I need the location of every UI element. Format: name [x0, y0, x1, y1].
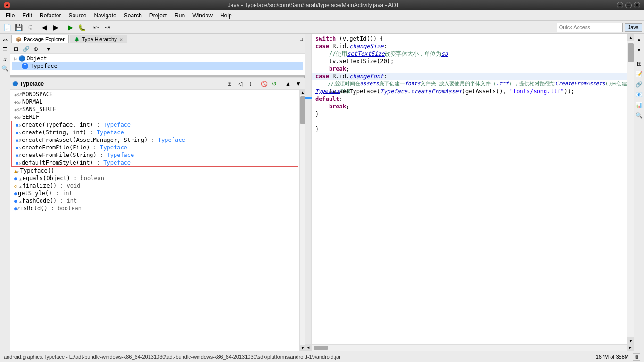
toolbar-save[interactable]: 💾 — [13, 22, 24, 33]
type-scroll-down[interactable]: ▼ — [294, 79, 303, 89]
type-hier-btn4[interactable]: 🚫 — [259, 79, 269, 89]
perspective-java-button[interactable]: Java — [625, 23, 642, 32]
code-vscroll[interactable]: ▲ ▼ — [627, 34, 634, 344]
field-sans-serif[interactable]: ◆SF SANS_SERIF — [10, 106, 299, 113]
field-normal[interactable]: ◆SF NORMAL — [10, 98, 299, 106]
outline-up[interactable]: ▲ — [635, 35, 644, 44]
method-create-from-asset[interactable]: ●S createFromAsset(AssetManager, String)… — [12, 136, 298, 144]
code-hscroll[interactable]: ◀ ▶ — [305, 344, 634, 351]
method-finalize[interactable]: ◇ ▲ finalize() : void — [10, 182, 299, 189]
menu-source[interactable]: Source — [65, 11, 90, 20]
code-line-9: default: — [312, 95, 627, 103]
toolbar-new[interactable]: 📄 — [2, 22, 12, 33]
method-default-from-style-icon: ●S — [16, 159, 21, 166]
method-isbold[interactable]: ●F isBold() : boolean — [10, 205, 299, 212]
quick-access-input[interactable] — [557, 23, 623, 32]
toolbar-sep1 — [37, 23, 37, 32]
pkg-link-editor[interactable]: 🔗 — [21, 44, 31, 54]
method-equals[interactable]: ● ▲ equals(Object) : boolean — [10, 174, 299, 182]
bm7 — [305, 79, 311, 87]
method-typeface-ctor[interactable]: ▲F Typeface() — [10, 167, 299, 174]
gc-button[interactable]: 🗑 — [633, 353, 640, 361]
restore-button[interactable]: ▭ — [625, 2, 632, 8]
method-create-typeface[interactable]: ●S create(Typeface, int) : Typeface — [12, 121, 298, 129]
toolbar-back[interactable]: ◀ — [39, 22, 50, 33]
pkg-tree-object[interactable]: ▷ 🔵 Object — [12, 55, 303, 62]
code-line-8: tv.setTypeface(Typeface.createFromAsset(… — [312, 88, 627, 95]
method-create-string[interactable]: ●S create(String, int) : Typeface — [12, 129, 298, 136]
pkg-tab-controls: _ □ — [292, 36, 304, 42]
pkg-view-menu[interactable]: ▼ — [44, 44, 53, 54]
pkg-collapse-all[interactable]: ⊟ — [11, 44, 21, 54]
tab-package-explorer[interactable]: 📦 Package Explorer — [11, 35, 69, 43]
pkg-new-type[interactable]: ⊕ — [31, 44, 41, 54]
menu-project[interactable]: Project — [146, 11, 171, 20]
method-create-from-file-file[interactable]: ●S createFromFile(File) : Typeface — [12, 144, 298, 151]
pkg-tree-typeface[interactable]: T Typeface — [12, 62, 303, 70]
code-lines[interactable]: switch (v.getId()) { case R.id.changeSiz… — [312, 34, 627, 344]
field-serif[interactable]: ◆SF SERIF — [10, 113, 299, 121]
menu-window[interactable]: Window — [189, 11, 216, 20]
code-vscroll-up[interactable]: ▲ — [627, 34, 634, 41]
toolbar-next-edit[interactable]: ⤻ — [102, 22, 113, 33]
left-icon-list[interactable]: ☰ — [1, 45, 9, 54]
close-button[interactable]: ● — [4, 2, 10, 8]
code-line-6: case R.id.changeFont: — [312, 73, 627, 80]
right-btn1[interactable]: ⊞ — [635, 59, 644, 68]
toolbar-debug[interactable]: 🐛 — [76, 22, 87, 33]
pkg-sep — [42, 45, 42, 53]
field-monospace[interactable]: ◆SF MONOSPACE — [10, 90, 299, 98]
type-hier-btn1[interactable]: ⊞ — [225, 79, 234, 89]
code-vscroll-down[interactable]: ▼ — [627, 337, 634, 344]
close-window-button[interactable]: ✕ — [634, 2, 640, 8]
type-hier-tab-label: Type Hierarchy — [82, 36, 117, 42]
menu-search[interactable]: Search — [120, 11, 146, 20]
tab-type-hierarchy[interactable]: 🌲 Type Hierarchy ✕ — [70, 35, 127, 43]
toolbar-run[interactable]: ▶ — [65, 22, 75, 33]
pkg-maximize-btn[interactable]: □ — [298, 36, 304, 42]
code-panel: switch (v.getId()) { case R.id.changeSiz… — [305, 34, 634, 351]
minimize-button[interactable]: ─ — [617, 2, 623, 8]
toolbar-prev-edit[interactable]: ⤺ — [91, 22, 101, 33]
code-vscroll-thumb[interactable] — [628, 43, 634, 62]
code-hscroll-right[interactable]: ▶ — [627, 345, 634, 351]
outline-down[interactable]: ▼ — [635, 45, 644, 55]
right-btn6[interactable]: 🔍 — [635, 111, 644, 120]
type-tree-scrollbar[interactable]: ▲ ▼ — [299, 90, 305, 351]
menu-edit[interactable]: Edit — [18, 11, 36, 20]
type-hier-btn3[interactable]: ↕ — [246, 79, 255, 89]
method-hashcode-icon: ● ▲ — [14, 197, 22, 204]
code-hscroll-thumb[interactable] — [314, 346, 328, 350]
menu-run[interactable]: Run — [171, 11, 189, 20]
menu-navigate[interactable]: Navigate — [90, 11, 120, 20]
menu-refactor[interactable]: Refactor — [36, 11, 65, 20]
code-hscroll-left[interactable]: ◀ — [305, 345, 312, 351]
type-hier-btn2[interactable]: ◁ — [235, 79, 245, 89]
right-btn3[interactable]: 🔗 — [635, 80, 644, 89]
menu-file[interactable]: File — [2, 11, 18, 20]
left-icon-vars[interactable]: 𝑥 — [1, 55, 9, 63]
scroll-down-arrow[interactable]: ▼ — [300, 345, 305, 351]
method-hashcode[interactable]: ● ▲ hashCode() : int — [10, 197, 299, 205]
bm3 — [305, 49, 311, 57]
scroll-thumb[interactable] — [300, 96, 305, 124]
type-hier-refresh[interactable]: ↺ — [270, 79, 279, 89]
method-create-typeface-label: create(Typeface, int) : Typeface — [22, 122, 131, 128]
method-create-from-file-str[interactable]: ●S createFromFile(String) : Typeface — [12, 151, 298, 159]
toolbar-print[interactable]: 🖨 — [25, 22, 35, 33]
left-icon-arrow[interactable]: ⇔ — [1, 36, 9, 44]
menu-help[interactable]: Help — [216, 11, 236, 20]
type-sep1 — [257, 79, 257, 87]
left-icon-inspect[interactable]: 🔍 — [1, 64, 9, 73]
pkg-minimize-btn[interactable]: _ — [292, 36, 297, 42]
right-btn2[interactable]: 📝 — [635, 69, 644, 79]
scroll-up-arrow[interactable]: ▲ — [300, 90, 305, 95]
right-btn4[interactable]: 📧 — [635, 90, 644, 99]
type-hier-close-icon[interactable]: ✕ — [119, 37, 123, 42]
right-btn5[interactable]: 📊 — [635, 100, 644, 110]
method-getstyle[interactable]: ● getStyle() : int — [10, 189, 299, 197]
toolbar-fwd[interactable]: ▶ — [50, 22, 61, 33]
method-create-from-asset-label: createFromAsset(AssetManager, String) : … — [22, 137, 185, 143]
method-default-from-style[interactable]: ●S defaultFromStyle(int) : Typeface — [12, 159, 298, 166]
type-scroll-up[interactable]: ▲ — [283, 79, 293, 89]
